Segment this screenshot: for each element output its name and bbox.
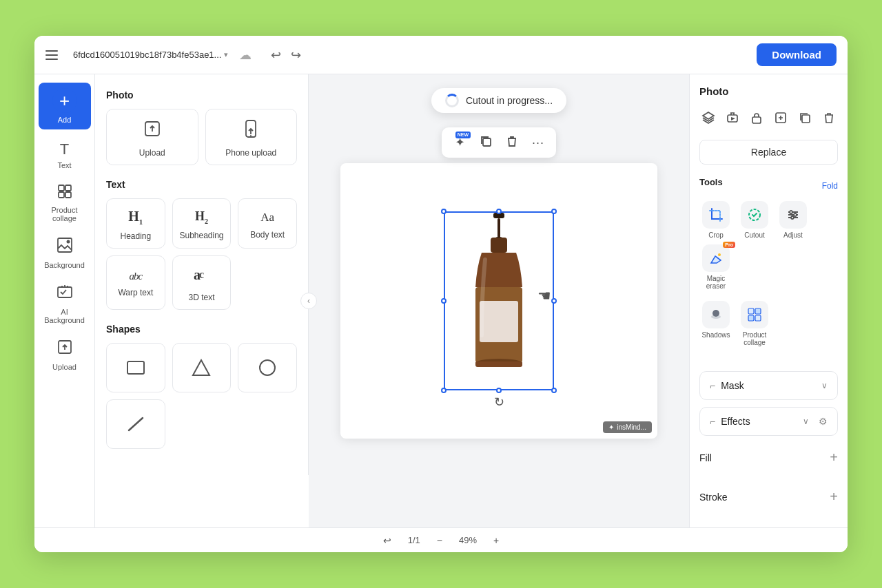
delete-rp-icon[interactable] (821, 107, 838, 129)
zoom-out-button[interactable]: − (431, 532, 448, 549)
fill-label: Fill (699, 452, 712, 463)
svg-rect-13 (127, 361, 144, 374)
handle-br[interactable] (551, 388, 557, 393)
handle-tm[interactable] (496, 209, 502, 214)
svg-rect-38 (748, 308, 754, 314)
position-icon[interactable] (772, 107, 790, 129)
sidebar-item-background[interactable]: Background (39, 231, 91, 275)
subheading-card[interactable]: H2 Subheading (172, 198, 232, 249)
effects-label: Effects (721, 416, 797, 427)
sidebar-item-product-collage[interactable]: Product collage (39, 178, 91, 228)
svg-rect-39 (755, 308, 761, 314)
add-plus-icon: + (52, 88, 77, 113)
3d-text-icon: a c (192, 266, 210, 287)
svg-point-15 (260, 360, 275, 375)
add-button[interactable]: + Add (39, 83, 91, 129)
upload-card[interactable]: Upload (106, 109, 198, 165)
cutout-tool[interactable]: Cutout (738, 201, 771, 239)
selection-toolbar: ✦ NEW (442, 127, 556, 158)
circle-icon (258, 359, 276, 379)
svg-line-16 (129, 418, 143, 430)
upload-card-label: Upload (139, 148, 165, 158)
ai-cutout-button[interactable]: ✦ NEW (447, 130, 472, 155)
bottom-undo-button[interactable]: ↩ (378, 532, 397, 549)
shadows-label: Shadows (701, 331, 730, 339)
mask-label: Mask (721, 380, 816, 391)
fill-add-button[interactable]: + (830, 450, 838, 465)
sidebar-item-upload[interactable]: Upload (39, 333, 91, 377)
rectangle-shape-card[interactable] (106, 343, 165, 392)
triangle-shape-card[interactable] (172, 343, 232, 392)
canvas-frame[interactable]: ✦ NEW (340, 163, 657, 439)
line-shape-card[interactable] (106, 399, 165, 449)
shadows-tool[interactable]: Shadows (699, 301, 732, 346)
text-label: Text (57, 161, 71, 169)
product-collage-tool[interactable]: Product collage (738, 301, 771, 346)
insmind-text: insMind... (617, 423, 646, 431)
sidebar-item-text[interactable]: T Text (39, 135, 91, 175)
body-text-label: Body text (250, 230, 285, 240)
copy-button[interactable] (473, 130, 498, 155)
cloud-icon: ☁ (239, 48, 252, 63)
crop-tool[interactable]: Crop (699, 201, 732, 239)
more-options-button[interactable]: ··· (526, 130, 551, 155)
circle-shape-card[interactable] (238, 343, 297, 392)
handle-bl[interactable] (441, 388, 447, 393)
right-panel-title: Photo (699, 85, 838, 97)
adjust-tool[interactable]: Adjust (777, 201, 810, 239)
redo-button[interactable]: ↪ (288, 45, 304, 65)
stroke-label: Stroke (699, 492, 727, 503)
phone-upload-card[interactable]: Phone upload (205, 109, 298, 165)
heading-card[interactable]: H1 Heading (106, 198, 165, 249)
selected-product[interactable]: ↻ (444, 211, 554, 390)
shapes-section-title: Shapes (106, 324, 297, 335)
panel-collapse-button[interactable]: ‹ (300, 293, 317, 309)
handle-tr[interactable] (551, 209, 557, 214)
magic-eraser-tool[interactable]: Magic eraser (699, 244, 732, 290)
svg-rect-17 (483, 138, 491, 146)
svg-rect-41 (755, 315, 761, 321)
document-title[interactable]: 6fdcd160051019bc18f73b4fe53ae1... ▾ (73, 50, 228, 60)
svg-rect-4 (58, 238, 72, 252)
stroke-add-button[interactable]: + (830, 489, 838, 505)
3d-text-card[interactable]: a c 3D text (172, 255, 232, 310)
bottom-bar: ↩ 1/1 − 49% + (34, 527, 848, 552)
svg-rect-1 (65, 185, 71, 191)
sidebar-item-ai-background[interactable]: AI Background (39, 277, 91, 330)
layers-icon[interactable] (699, 107, 717, 129)
body-text-icon: Aa (260, 211, 274, 224)
handle-bm[interactable] (496, 388, 502, 393)
undo-button[interactable]: ↩ (268, 45, 284, 65)
copy-icon (480, 135, 492, 150)
handle-tl[interactable] (441, 209, 447, 214)
svg-rect-28 (752, 117, 761, 123)
handle-lm[interactable] (441, 298, 447, 304)
menu-icon[interactable] (45, 45, 65, 65)
mask-collapsible[interactable]: ⌐ Mask ∨ (699, 371, 838, 400)
pro-badge: Pro (723, 242, 735, 248)
shapes-grid (106, 343, 297, 449)
warp-text-card[interactable]: abc Warp text (106, 255, 165, 310)
duplicate-icon[interactable] (797, 107, 814, 129)
svg-point-37 (712, 310, 719, 317)
adjust-label: Adjust (783, 231, 803, 239)
handle-rm[interactable] (551, 298, 557, 304)
zoom-in-button[interactable]: + (488, 532, 504, 549)
effects-collapsible[interactable]: ⌐ Effects ∨ ⚙ (699, 407, 838, 436)
animate-icon[interactable] (724, 107, 741, 129)
lock-icon[interactable] (748, 107, 765, 129)
ai-background-icon (56, 283, 74, 305)
background-icon (56, 236, 74, 258)
svg-rect-3 (65, 192, 71, 198)
replace-button[interactable]: Replace (699, 140, 838, 165)
delete-button[interactable] (500, 130, 524, 155)
heading-label: Heading (120, 231, 151, 241)
body-text-card[interactable]: Aa Body text (238, 198, 297, 249)
text-grid: H1 Heading H2 Subheading Aa Body text ab… (106, 198, 297, 310)
download-button[interactable]: Download (757, 43, 837, 66)
icon-sidebar: + Add T Text Product collage (34, 74, 95, 527)
fill-row: Fill + (699, 443, 838, 468)
rotate-handle[interactable]: ↻ (494, 395, 504, 410)
fold-label[interactable]: Fold (822, 181, 838, 191)
effects-settings-icon[interactable]: ⚙ (819, 416, 828, 427)
